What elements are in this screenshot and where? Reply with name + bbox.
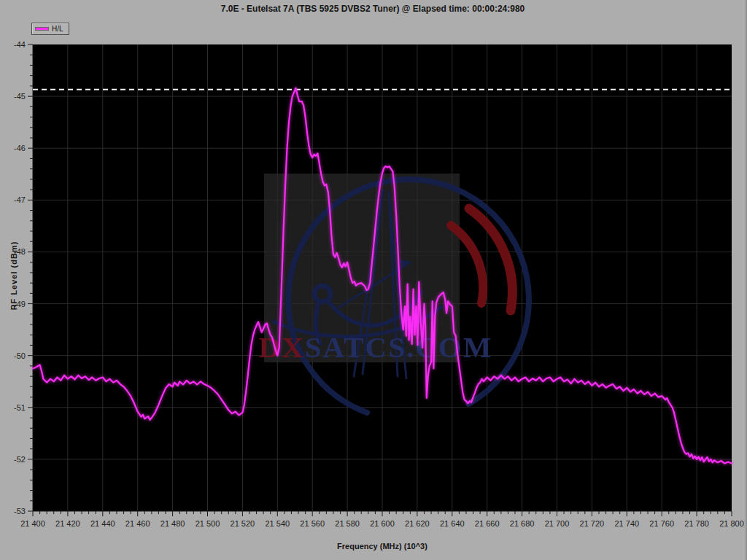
x-tick-label: 21 520 — [231, 519, 255, 528]
chart-svg: DXSATCS.COM — [33, 44, 732, 511]
x-tick-label: 21 720 — [580, 519, 605, 528]
x-tick-label: 21 620 — [405, 519, 430, 528]
x-tick-label: 21 600 — [370, 519, 395, 528]
x-tick-label: 21 480 — [160, 519, 185, 528]
x-tick-label: 21 400 — [20, 519, 45, 528]
y-tick-label: -52 — [14, 455, 26, 464]
x-tick-label: 21 420 — [55, 519, 80, 528]
chart-title: 7.0E - Eutelsat 7A (TBS 5925 DVBS2 Tuner… — [0, 4, 746, 14]
x-tick-label: 21 580 — [335, 519, 360, 528]
y-tick-label: -50 — [14, 351, 26, 360]
legend-label: H/L — [52, 25, 63, 33]
y-axis-title: RF Level (dBm) — [9, 221, 18, 330]
y-tick-label: -45 — [14, 92, 26, 101]
y-tick-label: -47 — [14, 195, 26, 204]
grid — [33, 44, 732, 511]
x-tick-label: 21 460 — [125, 519, 150, 528]
plot-area: DXSATCS.COM — [33, 44, 732, 511]
y-tick-label: -53 — [14, 507, 26, 516]
legend[interactable]: H/L — [31, 23, 69, 35]
x-tick-label: 21 640 — [440, 519, 465, 528]
hl-trace-swatch — [36, 28, 48, 30]
x-tick-label: 21 740 — [614, 519, 639, 528]
x-tick-label: 21 760 — [649, 519, 674, 528]
y-tick-label: -44 — [14, 40, 26, 49]
x-axis-title: Frequency (MHz) (10^3) — [33, 542, 732, 551]
x-tick-label: 21 660 — [475, 519, 500, 528]
x-tick-label: 21 440 — [90, 519, 115, 528]
x-tick-labels: 21 40021 42021 44021 46021 48021 50021 5… — [33, 519, 732, 531]
x-tick-label: 21 560 — [300, 519, 325, 528]
x-tick-label: 21 540 — [265, 519, 290, 528]
spectrum-analyzer-window: 7.0E - Eutelsat 7A (TBS 5925 DVBS2 Tuner… — [0, 0, 747, 560]
x-tick-label: 21 680 — [510, 519, 535, 528]
y-tick-label: -51 — [14, 403, 26, 412]
x-tick-label: 21 500 — [196, 519, 220, 528]
x-tick-label: 21 700 — [545, 519, 570, 528]
x-tick-label: 21 800 — [719, 519, 744, 528]
y-tick-label: -46 — [14, 144, 26, 152]
x-tick-label: 21 780 — [684, 519, 709, 528]
